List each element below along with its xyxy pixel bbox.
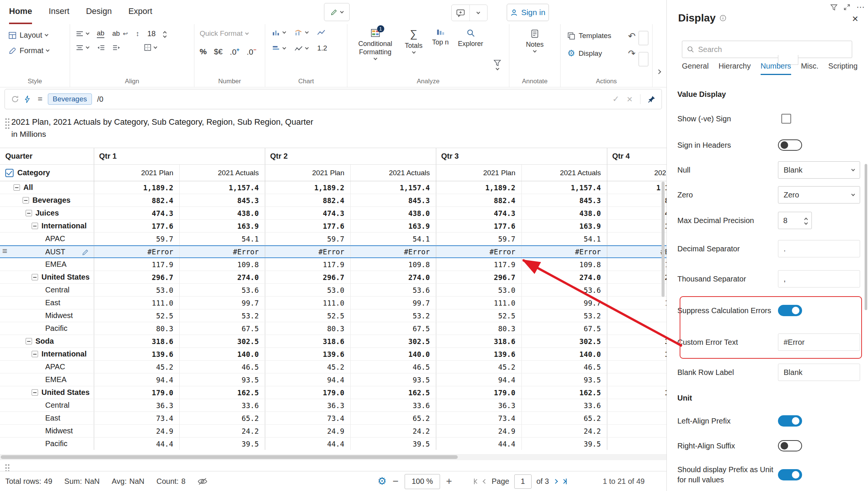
table-row[interactable]: APAC45.246.545.246.545.246.545.246.5: [0, 361, 666, 373]
custom-error-text-input[interactable]: #Error: [778, 333, 860, 351]
table-row[interactable]: Central36.333.636.333.636.333.636.333.6: [0, 399, 666, 412]
category-checkbox-icon[interactable]: [5, 169, 14, 177]
value-cell[interactable]: 59.7: [607, 232, 666, 245]
value-cell[interactable]: 318.6: [94, 335, 180, 347]
value-cell[interactable]: 1,189.2: [607, 181, 666, 194]
collapse-icon[interactable]: [32, 351, 38, 357]
value-cell[interactable]: 1,189.2: [94, 181, 180, 194]
value-cell[interactable]: 474.3: [436, 207, 522, 219]
tab-export[interactable]: Export: [128, 0, 153, 24]
font-size-value[interactable]: 18: [147, 29, 156, 38]
next-page-button[interactable]: [554, 480, 557, 483]
value-cell[interactable]: 162.5: [522, 386, 607, 399]
table-row[interactable]: East111.099.7111.099.7111.099.7111.099.7: [0, 297, 666, 309]
null-display-dropdown[interactable]: Blank: [778, 161, 860, 179]
value-cell[interactable]: 117.9: [436, 258, 522, 271]
value-cell[interactable]: 36.3: [94, 399, 180, 411]
character-spacing-button[interactable]: ab: [97, 29, 104, 38]
close-panel-icon[interactable]: ×: [852, 13, 858, 25]
value-cell[interactable]: 73.4: [94, 412, 180, 424]
table-row[interactable]: Pacific80.367.580.367.580.367.580.367.5: [0, 322, 666, 335]
value-cell[interactable]: 53.2: [522, 309, 607, 322]
value-cell[interactable]: 53.6: [351, 284, 436, 296]
value-cell[interactable]: 44.4: [94, 437, 180, 450]
value-cell[interactable]: 53.6: [180, 284, 265, 296]
drag-handle-icon[interactable]: [5, 118, 10, 130]
row-drag-handle-icon[interactable]: ≡: [2, 246, 7, 256]
panel-search[interactable]: [682, 41, 852, 58]
edit-row-pencil-icon[interactable]: [82, 248, 89, 256]
page-number-input[interactable]: [514, 474, 532, 489]
value-cell[interactable]: 140.0: [180, 348, 265, 360]
zoom-in-button[interactable]: +: [446, 476, 452, 487]
value-cell[interactable]: 109.8: [522, 258, 607, 271]
value-cell[interactable]: 162.5: [351, 386, 436, 399]
value-cell[interactable]: 177.6: [94, 220, 180, 232]
value-cell[interactable]: 438.0: [522, 207, 607, 219]
filter-icon[interactable]: [830, 4, 837, 11]
value-cell[interactable]: 59.7: [94, 232, 180, 245]
value-cell[interactable]: 109.8: [180, 258, 265, 271]
value-cell[interactable]: 46.5: [351, 361, 436, 373]
quarter-header[interactable]: Qtr 1: [94, 148, 265, 164]
horizontal-scrollbar-thumb[interactable]: [1, 455, 458, 459]
panel-tab-misc[interactable]: Misc.: [801, 62, 819, 75]
combo-chart-button[interactable]: [295, 29, 308, 36]
value-cell[interactable]: 53.2: [351, 309, 436, 322]
value-cell[interactable]: 1,157.4: [351, 181, 436, 194]
value-cell[interactable]: 73.4: [436, 412, 522, 424]
value-cell[interactable]: 93.5: [180, 373, 265, 386]
previous-page-button[interactable]: [483, 480, 487, 483]
suppress-calculation-errors-toggle[interactable]: [778, 305, 802, 316]
collapse-icon[interactable]: [23, 197, 29, 203]
value-cell[interactable]: 33.6: [351, 399, 436, 411]
table-row[interactable]: EMEA117.9109.8117.9109.8117.9109.8117.91…: [0, 258, 666, 271]
first-page-button[interactable]: [474, 479, 478, 484]
value-cell[interactable]: 33.6: [180, 399, 265, 411]
value-cell[interactable]: 882.4: [94, 194, 180, 206]
pin-icon[interactable]: [648, 95, 656, 103]
chart-type-button[interactable]: [272, 29, 286, 36]
value-cell[interactable]: 111.0: [607, 297, 666, 309]
column-dimension-header[interactable]: Quarter: [0, 148, 94, 164]
decimal-places-button[interactable]: 1.2: [317, 44, 327, 52]
value-cell[interactable]: 163.9: [522, 220, 607, 232]
value-cell[interactable]: 1,189.2: [265, 181, 351, 194]
value-cell[interactable]: 36.3: [436, 399, 522, 411]
align-button[interactable]: [76, 45, 89, 50]
value-cell[interactable]: 45.2: [265, 361, 351, 373]
value-cell[interactable]: 94.4: [436, 373, 522, 386]
value-cell[interactable]: 93.5: [351, 373, 436, 386]
column-header[interactable]: 2021 Plan: [607, 165, 666, 181]
value-cell[interactable]: 1,157.4: [522, 181, 607, 194]
value-cell[interactable]: 274.0: [351, 271, 436, 283]
value-cell[interactable]: 296.7: [436, 271, 522, 283]
value-cell[interactable]: 111.0: [265, 297, 351, 309]
panel-scrollbar[interactable]: [865, 164, 867, 310]
percent-button[interactable]: %: [200, 47, 207, 56]
value-cell[interactable]: #Error: [436, 246, 522, 257]
value-cell[interactable]: 882.4: [436, 194, 522, 206]
value-cell[interactable]: 54.1: [522, 232, 607, 245]
value-cell[interactable]: 24.2: [351, 425, 436, 437]
indent-decrease-icon[interactable]: [97, 45, 105, 50]
value-cell[interactable]: 179.0: [607, 386, 666, 399]
value-cell[interactable]: 24.2: [522, 425, 607, 437]
quick-format-dropdown[interactable]: Quick Format: [200, 29, 265, 38]
add-comment-icon[interactable]: [452, 5, 469, 21]
value-cell[interactable]: 46.5: [522, 361, 607, 373]
value-cell[interactable]: 302.5: [180, 335, 265, 347]
quarter-header[interactable]: Qtr 4: [607, 148, 666, 164]
currency-button[interactable]: $€: [214, 47, 223, 56]
value-cell[interactable]: 318.6: [265, 335, 351, 347]
table-row[interactable]: AUST#Error#Error#Error#Error#Error#Error…: [0, 245, 666, 258]
value-cell[interactable]: #Error: [265, 246, 351, 257]
thousand-separator-input[interactable]: ,: [778, 270, 860, 288]
font-size-stepper[interactable]: [164, 30, 166, 37]
decrease-decimal-button[interactable]: .0−: [247, 47, 257, 57]
value-cell[interactable]: 177.6: [607, 220, 666, 232]
value-cell[interactable]: 67.5: [351, 322, 436, 335]
value-cell[interactable]: 438.0: [180, 207, 265, 219]
table-row[interactable]: APAC59.754.159.754.159.754.159.754.1: [0, 232, 666, 245]
value-cell[interactable]: 845.3: [522, 194, 607, 206]
